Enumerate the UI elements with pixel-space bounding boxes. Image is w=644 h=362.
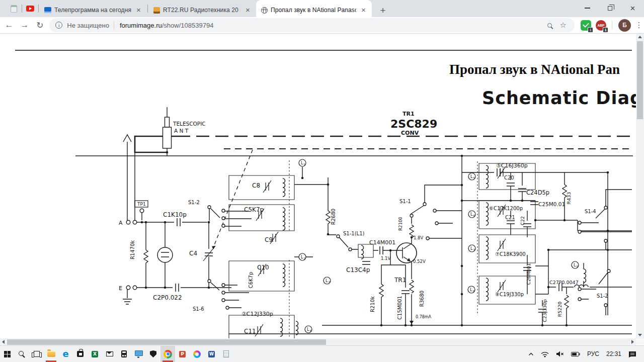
- new-tab-button[interactable]: +: [376, 4, 389, 17]
- bookmark-star-icon[interactable]: ☆: [560, 21, 567, 30]
- close-button[interactable]: ×: [621, 0, 644, 16]
- junction-dot: [547, 286, 550, 289]
- tab-strip: Телепрограмма на сегодня и на × RT22.RU …: [0, 0, 644, 17]
- schematic-symbol: [401, 291, 410, 294]
- adblock-extension-button[interactable]: ABP 1: [596, 20, 606, 31]
- tray-volume-button[interactable]: [552, 346, 568, 362]
- menu-kebab-icon[interactable]: ⋮: [634, 19, 644, 32]
- action-center-button[interactable]: [625, 346, 640, 362]
- extension-badge: 1: [603, 27, 608, 33]
- taskbar-notepad-button[interactable]: [219, 346, 233, 362]
- junction-dot: [461, 265, 463, 267]
- schematic-symbol: [565, 295, 569, 308]
- inductor-label: L: [301, 161, 303, 165]
- taskbar-start-button[interactable]: [0, 346, 15, 362]
- scroll-left-icon[interactable]: [2, 340, 5, 344]
- pinned-tab-youtube[interactable]: [23, 0, 38, 17]
- schematic-label: ⑤C16J360p: [496, 162, 528, 169]
- scroll-down-icon[interactable]: [638, 334, 642, 336]
- youtube-icon: [26, 6, 34, 12]
- taskbar-search-button[interactable]: [15, 346, 29, 362]
- inductor-label: L: [301, 255, 303, 259]
- taskbar-edge-button[interactable]: e: [58, 346, 73, 362]
- junction-dot: [521, 200, 524, 202]
- schematic-symbol: [498, 280, 506, 292]
- adguard-extension-button[interactable]: 1: [581, 20, 591, 31]
- display-icon: [135, 350, 143, 356]
- back-button[interactable]: ←: [3, 19, 16, 32]
- taskbar-mail-button[interactable]: [102, 346, 117, 362]
- schematic-symbol: [283, 178, 285, 197]
- inductor-label-sub: 4: [310, 329, 312, 332]
- schematic-label: E: [119, 285, 122, 292]
- switch-contact: [337, 235, 340, 238]
- taskbar-paint-button[interactable]: [190, 346, 204, 362]
- inductor-label: L: [326, 279, 328, 283]
- schematic-label: R1470k: [130, 240, 135, 259]
- horizontal-scrollbar[interactable]: [0, 338, 636, 345]
- scrollbar-corner: [636, 338, 644, 345]
- taskbar-explorer-button[interactable]: [44, 346, 58, 362]
- schematic-label: 1.1V: [381, 256, 391, 261]
- tray-battery-button[interactable]: [568, 346, 584, 362]
- scroll-up-icon[interactable]: [638, 36, 642, 38]
- inductor-label-sub: 2: [304, 257, 306, 260]
- info-icon[interactable]: i: [55, 22, 62, 29]
- junction-dot: [510, 200, 512, 202]
- reload-button[interactable]: ↻: [34, 19, 47, 32]
- schematic-label: R2680: [331, 209, 336, 225]
- junction-dot: [208, 287, 210, 289]
- speaker-muted-icon: [556, 351, 564, 357]
- search-icon: [19, 351, 24, 356]
- tab-close-icon[interactable]: ×: [134, 6, 143, 15]
- tab-teleprogramma[interactable]: Телепрограмма на сегодня и на ×: [39, 0, 147, 17]
- minimize-button[interactable]: [576, 0, 599, 16]
- zoom-icon[interactable]: [547, 23, 552, 28]
- taskbar-display-button[interactable]: [131, 346, 146, 362]
- schematic-symbol: [486, 203, 489, 225]
- restore-button[interactable]: [599, 0, 621, 16]
- taskbar-store-button[interactable]: [73, 346, 88, 362]
- tray-wifi-button[interactable]: [537, 346, 552, 362]
- switch-contact: [578, 221, 581, 224]
- schematic-symbol: [362, 261, 370, 264]
- profile-avatar[interactable]: Б: [618, 19, 631, 32]
- address-bar[interactable]: i Не защищено forumimage.ru /show/108539…: [49, 18, 575, 32]
- schematic-label: R2100: [398, 217, 403, 231]
- taskbar-powerpoint-button[interactable]: P: [175, 346, 190, 362]
- tv-icon: [44, 7, 51, 13]
- system-tray: РУС 22:31: [525, 346, 644, 362]
- schematic-label: TR1: [394, 277, 406, 284]
- switch-contact: [222, 291, 225, 294]
- tray-chevron-button[interactable]: [525, 346, 537, 362]
- schematic-label: C6K7p: [248, 272, 254, 289]
- inductor-label: L: [470, 174, 473, 179]
- tray-language-button[interactable]: РУС: [584, 346, 603, 362]
- scroll-right-icon[interactable]: [631, 340, 634, 344]
- tab-close-icon[interactable]: ×: [244, 6, 252, 15]
- vertical-scroll-thumb[interactable]: [637, 41, 643, 119]
- junction-dot: [145, 221, 147, 224]
- edge-icon: e: [62, 350, 68, 358]
- junction-dot: [327, 233, 330, 236]
- terminal: [126, 220, 130, 224]
- pinned-tab-notes[interactable]: [6, 0, 21, 17]
- taskbar-calculator-button[interactable]: [117, 346, 131, 362]
- taskbar-defender-button[interactable]: [146, 346, 160, 362]
- tab-close-icon[interactable]: ×: [359, 6, 368, 15]
- tab-rt22[interactable]: RT22.RU Радиотехника 20 века, ф ×: [148, 0, 256, 17]
- vertical-scrollbar[interactable]: [636, 34, 644, 338]
- junction-dot: [405, 324, 407, 327]
- taskbar-chrome-button[interactable]: [160, 346, 175, 362]
- schematic-label: C4: [189, 250, 197, 257]
- tray-clock[interactable]: 22:31: [603, 346, 625, 362]
- junction-dot: [461, 324, 463, 327]
- forward-button[interactable]: →: [18, 19, 31, 32]
- taskbar-word-button[interactable]: W: [204, 346, 219, 362]
- tab-propal-zvuk-active[interactable]: Пропал звук в NAtional Panason ×: [256, 0, 372, 17]
- taskbar-taskview-button[interactable]: [29, 346, 44, 362]
- schematic-label: C27P0.0047: [549, 280, 579, 285]
- horizontal-scroll-thumb[interactable]: [7, 339, 326, 345]
- taskbar-excel-button[interactable]: X: [88, 346, 102, 362]
- schematic-symbol: [486, 278, 489, 301]
